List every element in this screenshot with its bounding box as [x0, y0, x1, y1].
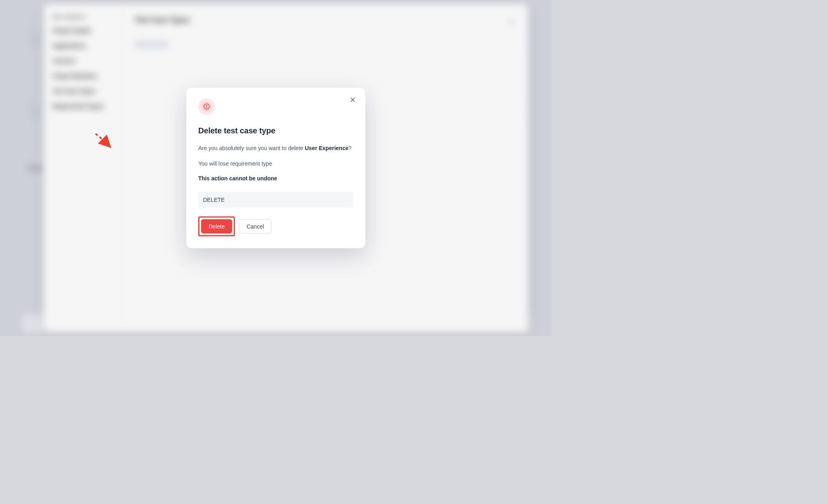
alert-icon-container [198, 98, 215, 115]
confirm-suffix: ? [348, 145, 352, 151]
modal-effect-text: You will lose requirement type [198, 160, 353, 168]
cancel-button[interactable]: Cancel [239, 219, 271, 234]
confirm-prefix: Are you absolutely sure you want to dele… [198, 145, 305, 151]
modal-title: Delete test case type [198, 126, 353, 135]
delete-button[interactable]: Delete [201, 219, 232, 234]
modal-confirm-text: Are you absolutely sure you want to dele… [198, 144, 353, 152]
svg-point-4 [207, 107, 207, 108]
confirm-input[interactable] [198, 192, 353, 208]
confirm-target-name: User Experience [305, 145, 349, 151]
close-icon [350, 97, 356, 103]
modal-warning-text: This action cannot be undone [198, 175, 353, 182]
alert-circle-icon [203, 103, 210, 110]
modal-button-row: Delete Cancel [198, 217, 353, 236]
delete-highlight-annotation: Delete [198, 217, 235, 236]
delete-confirm-modal: Delete test case type Are you absolutely… [186, 88, 365, 248]
modal-close-button[interactable] [348, 95, 357, 105]
